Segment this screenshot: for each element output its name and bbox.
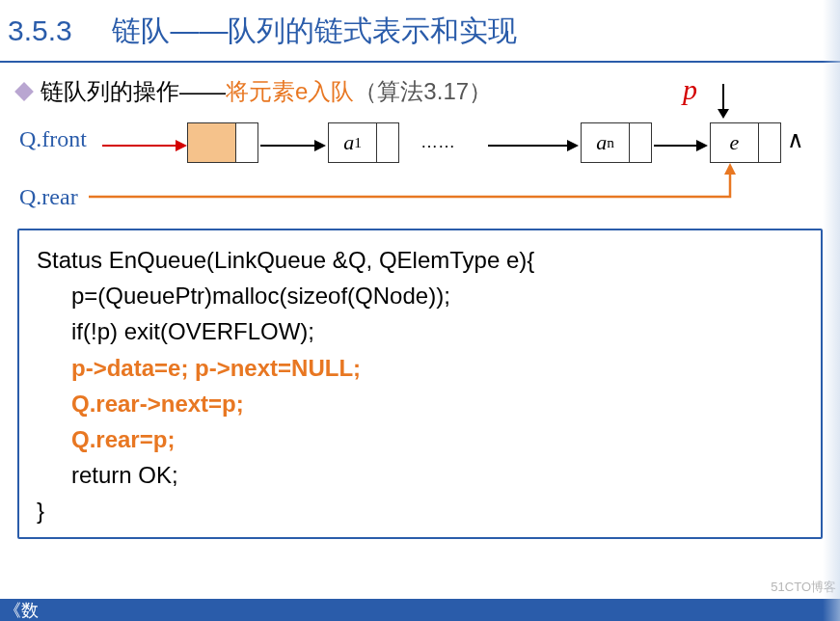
code-line-6: Q.rear=p; xyxy=(37,421,803,457)
code-line-8: } xyxy=(37,493,803,528)
node-a1-data: a1 xyxy=(329,123,377,162)
bullet-diamond-icon xyxy=(14,82,34,101)
node-e-ptr xyxy=(759,123,780,162)
node-a1-ptr xyxy=(377,123,398,162)
node-e-data: e xyxy=(711,123,759,162)
section-heading: 3.5.3 链队——队列的链式表示和实现 xyxy=(0,0,840,51)
node-an-data: an xyxy=(582,123,630,162)
footer-text: 《数 xyxy=(4,599,39,622)
section-number: 3.5.3 xyxy=(8,14,72,46)
arrow-icon xyxy=(654,136,712,155)
qrear-arrow-icon xyxy=(89,163,745,211)
qrear-label: Q.rear xyxy=(19,184,78,210)
head-ptr-cell xyxy=(236,123,257,162)
svg-marker-7 xyxy=(567,140,579,151)
svg-marker-5 xyxy=(314,140,326,151)
right-page-edge xyxy=(823,0,840,621)
divider xyxy=(0,61,840,63)
linked-queue-diagram: Q.front Q.rear a1 …… an e ∧ xyxy=(19,115,840,221)
section-title-text: 链队——队列的链式表示和实现 xyxy=(112,14,517,46)
footer-bar: 《数 xyxy=(0,599,840,621)
bullet-suffix: （算法3.17） xyxy=(354,76,492,107)
code-block: Status EnQueue(LinkQueue &Q, QElemType e… xyxy=(17,229,823,539)
code-line-2: p=(QueuePtr)malloc(sizeof(QNode)); xyxy=(37,278,803,313)
code-line-3: if(!p) exit(OVERFLOW); xyxy=(37,313,803,349)
qfront-label: Q.front xyxy=(19,126,87,152)
code-line-7: return OK; xyxy=(37,457,803,493)
ellipsis: …… xyxy=(420,132,455,152)
arrow-icon xyxy=(488,136,583,155)
null-symbol: ∧ xyxy=(787,126,804,153)
node-an: an xyxy=(581,122,652,163)
node-an-ptr xyxy=(630,123,651,162)
svg-marker-3 xyxy=(176,140,187,151)
head-data-cell xyxy=(188,123,236,162)
arrow-icon xyxy=(260,136,330,155)
bullet-highlight: 将元素e入队 xyxy=(226,76,354,107)
qfront-arrow-icon xyxy=(102,136,191,155)
node-e: e xyxy=(710,122,781,163)
node-a1: a1 xyxy=(328,122,399,163)
code-line-4: p->data=e; p->next=NULL; xyxy=(37,350,803,386)
code-line-1: Status EnQueue(LinkQueue &Q, QElemType e… xyxy=(37,242,803,278)
bullet-prefix: 链队列的操作—— xyxy=(41,76,226,107)
svg-marker-10 xyxy=(724,163,736,175)
head-node xyxy=(187,122,258,163)
pointer-p-label: p xyxy=(683,73,697,106)
code-line-5: Q.rear->next=p; xyxy=(37,386,803,421)
svg-marker-9 xyxy=(696,140,708,151)
